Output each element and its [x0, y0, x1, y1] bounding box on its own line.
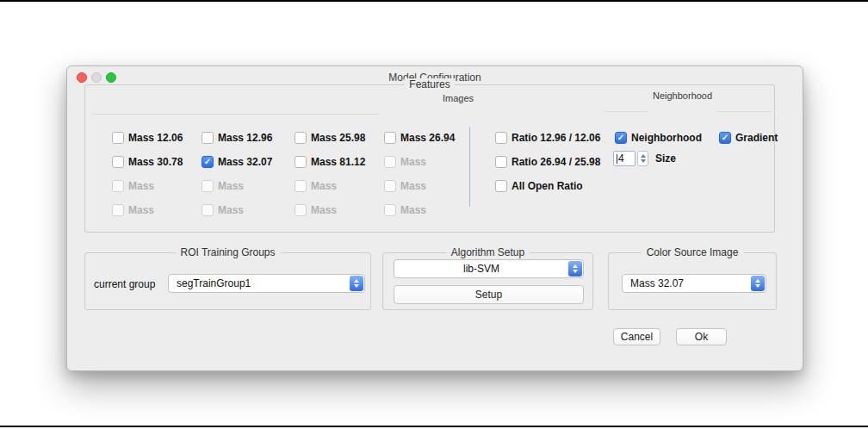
top-border-line	[0, 0, 868, 2]
checkbox-icon	[384, 156, 396, 168]
checkbox-icon	[294, 156, 307, 168]
chevron-up-icon	[354, 279, 359, 283]
checkbox-label: Mass 81.12	[311, 156, 365, 168]
checkbox-icon	[495, 180, 507, 192]
checkbox-icon	[112, 132, 124, 144]
checkbox-icon	[112, 204, 124, 216]
checkbox-label: Neighborhood	[631, 132, 702, 144]
algorithm-value: lib-SVM	[394, 263, 568, 275]
checkbox-label: All Open Ratio	[512, 180, 583, 192]
checkbox-label: Ratio 26.94 / 25.98	[512, 156, 600, 168]
current-group-value: segTrainGroup1	[169, 277, 350, 289]
images-section-label: Images	[443, 93, 474, 103]
cancel-button[interactable]: Cancel	[613, 328, 660, 345]
checkbox-icon	[294, 204, 307, 216]
mass-checkbox[interactable]: Mass 25.98	[294, 132, 384, 144]
mass-checkbox[interactable]: Mass	[294, 204, 384, 216]
color-source-value: Mass 32.07	[623, 277, 751, 289]
mass-checkbox[interactable]: Mass	[202, 180, 294, 192]
checkbox-label: Mass	[311, 180, 337, 192]
size-stepper[interactable]	[637, 151, 648, 166]
mass-checkbox[interactable]: Mass 30.78	[112, 156, 202, 168]
checkbox-label: Mass	[128, 204, 154, 216]
roi-group-title: ROI Training Groups	[175, 246, 280, 258]
ratio-checkbox[interactable]: All Open Ratio	[495, 180, 600, 192]
bottom-border-line	[0, 426, 868, 427]
features-group: Features Images Neighborhood Mass 12.06 …	[84, 84, 775, 233]
checkbox-label: Mass 12.96	[218, 132, 272, 144]
checkbox-icon	[495, 132, 507, 144]
ok-button[interactable]: Ok	[676, 328, 727, 345]
checkbox-label: Mass	[400, 180, 426, 192]
size-label: Size	[655, 152, 676, 165]
mass-checkbox[interactable]: Mass	[384, 156, 487, 168]
neighborhood-checkbox[interactable]: Neighborhood	[615, 126, 702, 150]
chevron-down-icon	[573, 270, 578, 273]
model-configuration-window: Model Configuration Features Images Neig…	[66, 65, 803, 371]
mass-checkbox[interactable]: Mass	[112, 180, 202, 192]
chevron-up-icon	[573, 264, 578, 268]
mass-checkbox[interactable]: Mass 26.94	[384, 132, 487, 144]
algorithm-group-title: Algorithm Setup	[446, 246, 530, 258]
checkbox-icon	[294, 180, 307, 192]
ratio-checkbox[interactable]: Ratio 26.94 / 25.98	[495, 156, 600, 168]
checkbox-label: Mass 25.98	[311, 132, 365, 144]
mass-checkbox[interactable]: Mass	[384, 204, 487, 216]
checkbox-icon	[495, 156, 507, 168]
checkbox-label: Mass	[218, 204, 244, 216]
checkbox-icon	[202, 204, 214, 216]
chevron-down-icon	[354, 284, 359, 288]
ratio-checkbox[interactable]: Ratio 12.96 / 12.06	[495, 132, 600, 144]
color-source-group-title: Color Source Image	[642, 246, 744, 258]
checkbox-label: Mass 12.06	[128, 132, 183, 144]
current-group-select[interactable]: segTrainGroup1	[168, 274, 365, 293]
checkbox-icon	[719, 132, 731, 144]
neighborhood-separator-line	[604, 111, 648, 112]
chevron-up-icon	[755, 279, 760, 283]
mass-checkbox[interactable]: Mass 12.96	[202, 132, 294, 144]
checkbox-label: Mass	[218, 180, 244, 192]
checkbox-icon	[202, 132, 214, 144]
setup-button[interactable]: Setup	[394, 285, 584, 304]
images-separator-line	[92, 114, 379, 115]
checkbox-label: Gradient	[735, 132, 778, 144]
mass-checkbox[interactable]: Mass	[384, 180, 487, 192]
popup-stepper-icon	[350, 276, 363, 291]
checkbox-icon	[384, 204, 396, 216]
color-source-select[interactable]: Mass 32.07	[622, 274, 766, 293]
chevron-down-icon	[755, 284, 760, 288]
mass-checkbox[interactable]: Mass 32.07	[202, 156, 294, 168]
checkbox-label: Mass	[128, 180, 154, 192]
checkbox-label: Mass 30.78	[128, 156, 183, 168]
checkbox-icon	[384, 132, 396, 144]
features-group-title: Features	[404, 78, 455, 90]
neighborhood-size-row: 4 Size	[613, 150, 676, 167]
color-source-image-group: Color Source Image Mass 32.07	[608, 252, 777, 310]
checkbox-icon	[202, 180, 214, 192]
popup-stepper-icon	[751, 276, 765, 291]
checkbox-icon	[202, 156, 214, 168]
checkbox-label: Mass 26.94	[400, 132, 455, 144]
mass-checkbox[interactable]: Mass	[112, 204, 202, 216]
algorithm-select[interactable]: lib-SVM	[394, 259, 584, 278]
checkbox-label: Mass	[400, 156, 426, 168]
checkbox-label: Ratio 12.96 / 12.06	[512, 132, 600, 144]
mass-checkbox-grid: Mass 12.06 Mass 12.96 Mass 25.98 Mass 26…	[112, 126, 487, 222]
stepper-up-icon	[641, 154, 646, 158]
checkbox-label: Mass	[400, 204, 426, 216]
stepper-down-icon	[641, 159, 646, 163]
size-input[interactable]: 4	[613, 151, 636, 166]
gradient-checkbox[interactable]: Gradient	[719, 126, 778, 150]
mass-checkbox[interactable]: Mass	[294, 180, 384, 192]
page: Model Configuration Features Images Neig…	[0, 0, 868, 429]
size-value: 4	[618, 152, 624, 165]
mass-checkbox[interactable]: Mass 12.06	[112, 132, 202, 144]
checkbox-icon	[615, 132, 627, 144]
mass-checkbox[interactable]: Mass 81.12	[294, 156, 384, 168]
algorithm-setup-group: Algorithm Setup lib-SVM Setup	[382, 252, 593, 310]
mass-checkbox[interactable]: Mass	[202, 204, 294, 216]
checkbox-label: Mass 32.07	[218, 156, 272, 168]
checkbox-icon	[384, 180, 396, 192]
ratio-checkbox-list: Ratio 12.96 / 12.06 Ratio 26.94 / 25.98 …	[495, 126, 600, 198]
checkbox-icon	[112, 180, 124, 192]
